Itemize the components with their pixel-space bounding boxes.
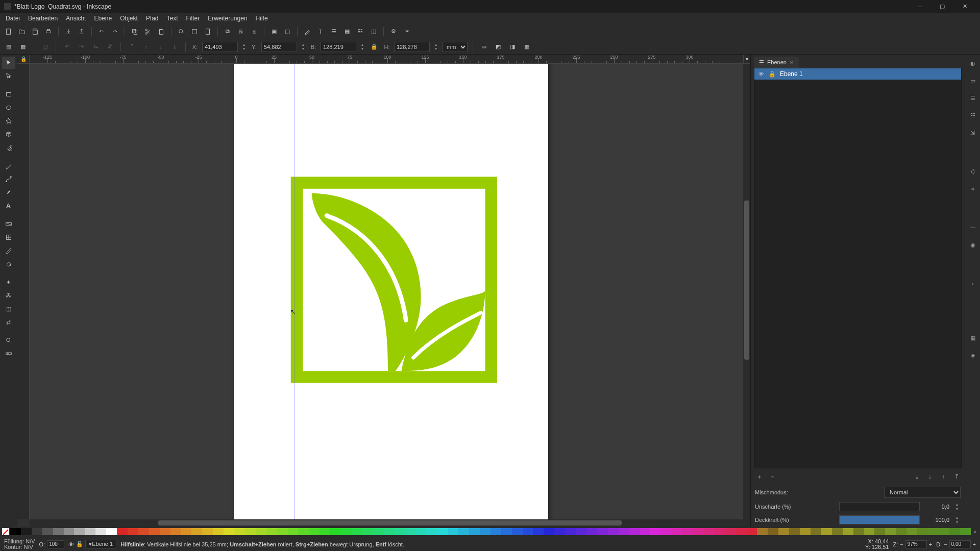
rotate-plus-icon[interactable]: + [973,541,976,547]
h-spinner[interactable]: ▲▼ [433,43,439,51]
layers-tab[interactable]: ☰ Ebenen ✕ [754,57,799,68]
horizontal-ruler[interactable]: -125-100-75-50-2502550751001251501752002… [30,55,743,64]
color-swatch[interactable] [85,528,95,535]
color-swatch[interactable] [917,528,928,535]
color-swatch[interactable] [768,528,778,535]
color-swatch[interactable] [789,528,800,535]
color-swatch[interactable] [181,528,192,535]
menu-path[interactable]: Pfad [142,14,162,23]
paint-bucket-tool[interactable] [2,258,15,270]
zoom-minus-icon[interactable]: − [900,541,903,547]
remove-layer-button[interactable]: － [767,471,777,482]
w-input[interactable] [321,42,356,52]
color-swatch[interactable] [949,528,960,535]
color-swatch[interactable] [298,528,309,535]
zoom-selection-button[interactable] [176,26,187,37]
color-swatch[interactable] [704,528,715,535]
color-swatch[interactable] [736,528,747,535]
select-all-layers-icon[interactable]: ▤ [3,41,14,53]
color-swatch[interactable] [672,528,682,535]
vertical-guide[interactable] [294,64,295,519]
color-swatch[interactable] [256,528,266,535]
color-swatch[interactable] [640,528,650,535]
node-tool[interactable] [2,70,15,82]
dock-layers-icon[interactable]: ☰ [967,92,978,104]
color-swatch[interactable] [415,528,426,535]
color-swatch[interactable] [821,528,832,535]
import-button[interactable] [63,26,74,37]
y-input[interactable] [261,42,297,52]
color-swatch[interactable] [608,528,619,535]
color-swatch[interactable] [501,528,512,535]
flip-h-icon[interactable]: ⇋ [90,41,101,53]
color-swatch[interactable] [661,528,672,535]
color-swatch[interactable] [74,528,85,535]
layers-button[interactable]: ☰ [328,26,339,37]
color-swatch[interactable] [757,528,768,535]
dock-xml-icon[interactable]: ⟨⟩ [967,166,978,177]
color-swatch[interactable] [682,528,693,535]
zoom-input[interactable] [905,540,927,548]
paste-button[interactable] [156,26,167,37]
vertical-ruler[interactable] [17,64,30,519]
menu-help[interactable]: Hilfe [252,14,272,23]
minimize-button[interactable]: ─ [909,0,931,13]
color-swatch[interactable] [128,528,138,535]
bezier-tool[interactable] [2,173,15,185]
color-swatch[interactable] [715,528,725,535]
menu-extensions[interactable]: Erweiterungen [204,14,251,23]
dock-doc-props-icon[interactable]: ▫ [967,278,978,289]
add-layer-button[interactable]: ＋ [754,471,764,482]
new-button[interactable] [3,26,14,37]
layer-bottom-button[interactable]: ⤓ [912,471,922,482]
layer-visibility-status-icon[interactable]: 👁 [68,541,74,547]
x-spinner[interactable]: ▲▼ [241,43,247,51]
color-swatch[interactable] [117,528,128,535]
raise-icon[interactable]: ↑ [140,41,152,53]
color-swatch[interactable] [586,528,597,535]
dock-fill-stroke-icon[interactable]: ◐ [967,58,978,69]
color-swatch[interactable] [21,528,32,535]
color-swatch[interactable] [106,528,117,535]
redo-button[interactable] [109,26,120,37]
guide-lock-icon[interactable]: 🔒 [20,56,27,62]
blur-spinner[interactable]: ▲▼ [953,502,961,511]
dock-transform-icon[interactable]: ⇲ [967,127,978,138]
horizontal-scrollbar[interactable] [30,519,743,527]
color-swatch[interactable] [191,528,202,535]
xml-button[interactable]: ▦ [341,26,353,37]
color-swatch[interactable] [320,528,330,535]
print-button[interactable] [43,26,54,37]
color-swatch[interactable] [373,528,384,535]
color-swatch[interactable] [224,528,234,535]
zoom-page-button[interactable] [202,26,213,37]
preferences-button[interactable]: ✶ [401,26,412,37]
transform-button[interactable]: ◫ [368,26,379,37]
undo-button[interactable] [96,26,107,37]
ruler-options-icon[interactable]: ▾ [743,55,750,64]
spray-tool[interactable]: ⁂ [2,289,15,302]
open-button[interactable] [16,26,28,37]
blend-mode-select[interactable]: Normal [884,487,961,498]
dock-swatches-icon[interactable]: ▦ [967,332,978,343]
affect-stroke-icon[interactable]: ▭ [478,41,489,53]
menu-text[interactable]: Text [163,14,182,23]
color-swatch[interactable] [619,528,629,535]
color-swatch[interactable] [747,528,757,535]
color-swatch[interactable] [469,528,480,535]
color-swatch[interactable] [693,528,704,535]
layer-lock-icon[interactable]: 🔓 [769,71,776,78]
ungroup-button[interactable]: ▢ [282,26,293,37]
fill-stroke-button[interactable] [302,26,313,37]
color-swatch[interactable] [885,528,896,535]
layer-down-button[interactable]: ↓ [925,471,935,482]
w-spinner[interactable]: ▲▼ [359,43,365,51]
opacity-spinner[interactable]: ▲▼ [953,515,961,524]
opacity-slider[interactable] [839,515,920,524]
color-swatch[interactable] [939,528,949,535]
ellipse-tool[interactable] [2,102,15,114]
raise-top-icon[interactable]: ⤒ [126,41,137,53]
pencil-tool[interactable] [2,160,15,172]
rotation-input[interactable] [949,540,971,548]
current-layer-label[interactable]: ▾Ebene 1 [85,540,116,548]
